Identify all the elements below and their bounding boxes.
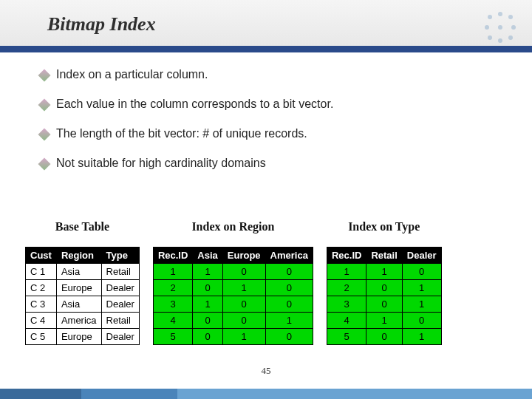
table-row: 4001	[153, 313, 313, 329]
col-header: Region	[56, 248, 101, 264]
table-row: C 1AsiaRetail	[26, 264, 140, 280]
cell: 1	[402, 329, 441, 345]
cell: 0	[366, 280, 402, 296]
cell: Europe	[56, 280, 101, 296]
col-header: Rec.ID	[153, 248, 192, 264]
cell: 0	[265, 280, 313, 296]
type-index-table: Rec.ID Retail Dealer 110201301410501	[327, 247, 442, 345]
cell: C 5	[26, 329, 57, 345]
cell: 0	[265, 296, 313, 313]
table-row: 301	[327, 296, 441, 313]
diamond-icon	[38, 69, 51, 82]
table-caption: Index on Region	[191, 220, 274, 233]
slide-title: Bitmap Index	[47, 13, 156, 35]
col-header: Cust	[26, 248, 57, 264]
col-header: Type	[101, 248, 139, 264]
cell: 1	[153, 264, 192, 280]
type-index-block: Index on Type Rec.ID Retail Dealer 11020…	[327, 220, 442, 345]
region-index-block: Index on Region Rec.ID Asia Europe Ameri…	[153, 220, 313, 345]
cell: 0	[222, 313, 265, 329]
diamond-icon	[38, 129, 51, 141]
cell: 0	[265, 264, 313, 280]
cell: C 2	[26, 280, 57, 296]
cell: Dealer	[101, 329, 139, 345]
table-row: 2010	[153, 280, 313, 296]
cell: 1	[402, 280, 441, 296]
base-table: Cust Region Type C 1AsiaRetailC 2EuropeD…	[25, 247, 140, 345]
cell: 1	[193, 296, 222, 313]
table-row: 5010	[153, 329, 313, 345]
bullet-text: Index on a particular column.	[56, 68, 208, 81]
table-row: C 3AsiaDealer	[26, 296, 140, 313]
base-table-block: Base Table Cust Region Type C 1AsiaRetai…	[25, 220, 140, 345]
cell: 2	[153, 280, 192, 296]
cell: 2	[327, 280, 366, 296]
cell: 1	[366, 264, 402, 280]
col-header: Dealer	[402, 248, 441, 264]
cell: 1	[265, 313, 313, 329]
cell: 1	[366, 313, 402, 329]
corner-decoration	[480, 7, 522, 49]
table-row: 3100	[153, 296, 313, 313]
table-row: 410	[327, 313, 441, 329]
content-area: Index on a particular column. Each value…	[40, 68, 502, 186]
bullet-item: Index on a particular column.	[40, 68, 502, 81]
cell: Asia	[56, 296, 101, 313]
diamond-icon	[38, 158, 51, 171]
table-row: 110	[327, 264, 441, 280]
region-index-table: Rec.ID Asia Europe America 1100201031004…	[153, 247, 313, 345]
col-header: Asia	[193, 248, 222, 264]
cell: Dealer	[101, 280, 139, 296]
cell: 0	[222, 296, 265, 313]
table-row: C 4AmericaRetail	[26, 313, 140, 329]
cell: 3	[153, 296, 192, 313]
cell: C 3	[26, 296, 57, 313]
cell: 1	[193, 264, 222, 280]
cell: America	[56, 313, 101, 329]
cell: Dealer	[101, 296, 139, 313]
cell: 0	[193, 329, 222, 345]
tables-row: Base Table Cust Region Type C 1AsiaRetai…	[25, 220, 517, 345]
bullet-item: The length of the bit vector: # of uniqu…	[40, 127, 502, 140]
slide-number: 45	[0, 365, 532, 377]
col-header: Rec.ID	[327, 248, 366, 264]
col-header: Retail	[366, 248, 402, 264]
cell: Retail	[101, 313, 139, 329]
footer-stripe	[0, 389, 532, 399]
table-row: 201	[327, 280, 441, 296]
table-row: C 5EuropeDealer	[26, 329, 140, 345]
cell: 0	[193, 280, 222, 296]
cell: 0	[193, 313, 222, 329]
cell: 5	[153, 329, 192, 345]
table-row: 501	[327, 329, 441, 345]
cell: 3	[327, 296, 366, 313]
table-caption: Index on Type	[348, 220, 420, 233]
table-row: C 2EuropeDealer	[26, 280, 140, 296]
bullet-text: Each value in the column corresponds to …	[56, 98, 333, 111]
cell: 0	[265, 329, 313, 345]
cell: Europe	[56, 329, 101, 345]
bullet-item: Not suitable for high cardinality domain…	[40, 157, 502, 170]
cell: 1	[327, 264, 366, 280]
cell: C 4	[26, 313, 57, 329]
cell: Retail	[101, 264, 139, 280]
bullet-text: Not suitable for high cardinality domain…	[56, 157, 266, 170]
cell: 0	[402, 264, 441, 280]
diamond-icon	[38, 99, 51, 112]
table-row: 1100	[153, 264, 313, 280]
cell: 4	[327, 313, 366, 329]
cell: 4	[153, 313, 192, 329]
cell: C 1	[26, 264, 57, 280]
cell: 0	[402, 313, 441, 329]
col-header: Europe	[222, 248, 265, 264]
cell: 1	[402, 296, 441, 313]
bullet-item: Each value in the column corresponds to …	[40, 98, 502, 111]
table-caption: Base Table	[55, 220, 109, 233]
cell: 1	[222, 329, 265, 345]
cell: 0	[222, 264, 265, 280]
cell: 5	[327, 329, 366, 345]
cell: 0	[366, 329, 402, 345]
cell: Asia	[56, 264, 101, 280]
bullet-text: The length of the bit vector: # of uniqu…	[56, 127, 307, 140]
cell: 1	[222, 280, 265, 296]
